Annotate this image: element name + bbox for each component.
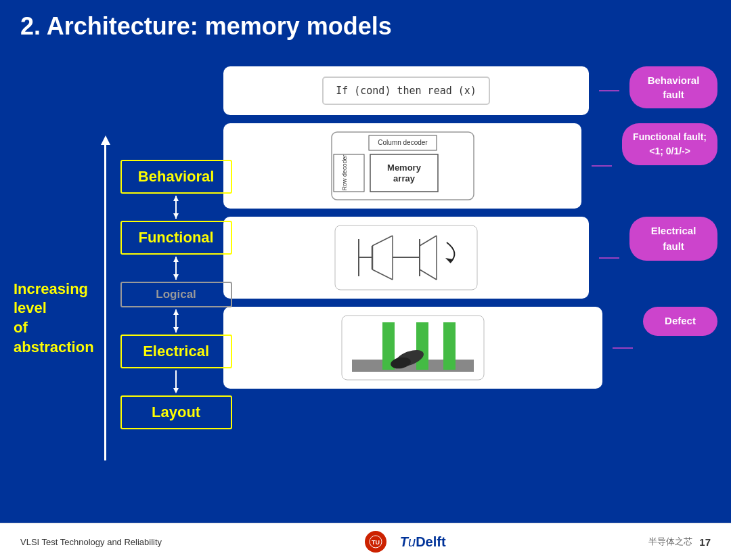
behavioral-code-text: If (cond) then read (x) bbox=[336, 85, 477, 97]
svg-text:Row decoder: Row decoder bbox=[341, 154, 348, 190]
electrical-box: Electrical bbox=[120, 335, 232, 368]
increasing-label: Increasinglevelof abstraction bbox=[14, 280, 94, 357]
electrical-fault-label: Electricalfault bbox=[629, 217, 717, 261]
title-bar: 2. Architecture: memory models bbox=[0, 0, 731, 53]
defect-label: Defect bbox=[643, 307, 717, 336]
tu-delft-logo: TuDelft bbox=[400, 534, 446, 550]
footer-badge-icon: TU bbox=[369, 535, 382, 548]
svg-marker-1 bbox=[173, 196, 179, 201]
svg-rect-39 bbox=[416, 322, 428, 370]
functional-connector-line bbox=[592, 152, 612, 179]
behavioral-code: If (cond) then read (x) bbox=[322, 77, 490, 105]
connector-functional-logical bbox=[169, 255, 183, 282]
svg-marker-2 bbox=[173, 213, 179, 219]
up-arrow-icon bbox=[101, 135, 110, 145]
watermark-text: 半导体之芯 bbox=[648, 536, 692, 548]
behavioral-diagram-box: If (cond) then read (x) bbox=[223, 66, 589, 115]
left-section: Increasinglevelof abstraction Behavioral bbox=[14, 66, 217, 516]
functional-row: Column decoder Row decoder Memory array bbox=[223, 123, 717, 209]
slide-footer: VLSI Test Technology and Reliability TU … bbox=[0, 523, 731, 560]
tu-delft-word: Delft bbox=[416, 534, 445, 549]
footer-course-label: VLSI Test Technology and Reliability bbox=[20, 537, 162, 547]
footer-left-text: VLSI Test Technology and Reliability bbox=[20, 537, 162, 547]
tu-delft-t: T bbox=[400, 534, 408, 549]
svg-marker-4 bbox=[173, 257, 179, 262]
vertical-axis bbox=[101, 135, 110, 460]
slide-container: 2. Architecture: memory models Increasin… bbox=[0, 0, 731, 560]
memory-array-svg: Column decoder Row decoder Memory array bbox=[328, 129, 477, 203]
layout-box: Layout bbox=[120, 395, 232, 429]
footer-icon: TU bbox=[365, 531, 386, 553]
logical-box: Logical bbox=[120, 282, 232, 307]
layout-item: Layout bbox=[120, 395, 232, 429]
defect-diagram-box bbox=[223, 307, 602, 389]
svg-marker-7 bbox=[173, 309, 179, 315]
diagrams-and-labels: If (cond) then read (x) Behavioralfault bbox=[223, 66, 717, 516]
functional-fault-label: Functional fault;<1; 0/1/-> bbox=[622, 123, 717, 165]
svg-text:TU: TU bbox=[372, 539, 380, 546]
behavioral-fault-label: Behavioralfault bbox=[629, 66, 717, 108]
defect-svg bbox=[338, 312, 487, 383]
electrical-circuit-svg bbox=[332, 222, 481, 293]
electrical-connector-line bbox=[599, 244, 619, 272]
connector-electrical-layout bbox=[169, 368, 183, 395]
hierarchy-column: Behavioral Functional bbox=[120, 153, 232, 429]
footer-right: 半导体之芯 17 bbox=[648, 536, 711, 548]
svg-text:Column decoder: Column decoder bbox=[378, 139, 428, 146]
behavioral-row: If (cond) then read (x) Behavioralfault bbox=[223, 66, 717, 115]
tu-delft-u: u bbox=[408, 534, 416, 549]
slide-title: 2. Architecture: memory models bbox=[20, 12, 392, 41]
svg-rect-15 bbox=[334, 154, 364, 192]
logical-item: Logical bbox=[120, 282, 232, 307]
svg-marker-10 bbox=[173, 388, 179, 393]
electrical-item: Electrical bbox=[120, 335, 232, 368]
defect-connector-line bbox=[613, 335, 633, 362]
svg-text:array: array bbox=[393, 173, 416, 184]
functional-item: Functional bbox=[120, 221, 232, 255]
axis-line bbox=[104, 145, 106, 460]
defect-row: Defect bbox=[223, 307, 717, 389]
functional-diagram-box: Column decoder Row decoder Memory array bbox=[223, 123, 581, 209]
electrical-row: Electricalfault bbox=[223, 217, 717, 299]
svg-text:Memory: Memory bbox=[387, 163, 422, 173]
page-number: 17 bbox=[699, 536, 711, 548]
right-section: If (cond) then read (x) Behavioralfault bbox=[223, 66, 717, 516]
connector-logical-electrical bbox=[169, 307, 183, 335]
connector-behavioral-functional bbox=[169, 194, 183, 221]
slide-content: Increasinglevelof abstraction Behavioral bbox=[0, 53, 731, 523]
behavioral-connector-line bbox=[599, 77, 619, 104]
behavioral-box: Behavioral bbox=[120, 160, 232, 194]
svg-marker-5 bbox=[173, 274, 179, 280]
functional-box: Functional bbox=[120, 221, 232, 255]
footer-center: TU TuDelft bbox=[365, 531, 446, 553]
behavioral-item: Behavioral bbox=[120, 160, 232, 194]
svg-marker-8 bbox=[173, 327, 179, 332]
svg-rect-40 bbox=[443, 322, 456, 370]
electrical-diagram-box bbox=[223, 217, 589, 299]
